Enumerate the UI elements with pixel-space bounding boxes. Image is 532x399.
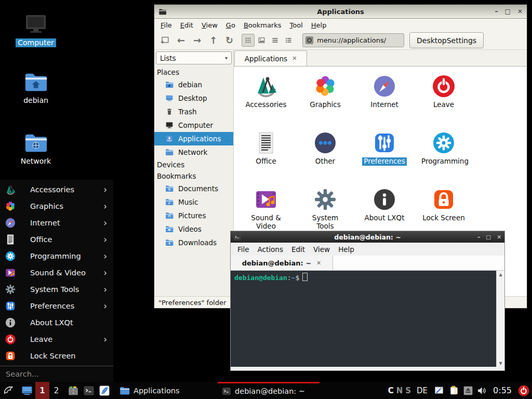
folder-accessories[interactable]: Accessories [236, 71, 296, 128]
menu-item-about-lxqt[interactable]: About LXQt [0, 314, 113, 331]
fm-menu-view[interactable]: View [197, 20, 222, 31]
screenshot-tray-button[interactable] [434, 382, 445, 399]
maximize-button[interactable]: □ [505, 5, 511, 18]
sidebar-item-desktop[interactable]: Desktop [154, 91, 233, 105]
quicklaunch-editor-button[interactable] [97, 382, 112, 399]
desktop-icon-debian[interactable]: debian [11, 70, 61, 105]
menu-item-lock-screen[interactable]: Lock Screen [0, 348, 113, 364]
compact-view-button[interactable] [269, 34, 282, 47]
folder-internet[interactable]: Internet [355, 71, 414, 128]
show-desktop-button[interactable] [19, 382, 35, 399]
quicklaunch-terminal-button[interactable] [81, 382, 97, 399]
maximize-button[interactable]: □ [486, 234, 491, 240]
terminal-tab[interactable]: debian@debian: ~ ✕ [231, 256, 333, 270]
fm-menu-edit[interactable]: Edit [176, 20, 197, 31]
fm-menu-file[interactable]: File [156, 20, 176, 31]
sidebar-item-debian[interactable]: debian [154, 78, 233, 91]
folder-preferences[interactable]: Preferences [355, 128, 414, 184]
tab-applications[interactable]: Applications ✕ [234, 50, 307, 66]
menu-item-programming[interactable]: Programming › [0, 248, 113, 264]
quicklaunch-filemanager-button[interactable] [65, 382, 81, 399]
sidebar-item-downloads[interactable]: Downloads [154, 236, 233, 249]
address-bar[interactable]: menu://applications/ [302, 33, 404, 47]
terminal-screen[interactable]: debian@debian:~$ [231, 271, 496, 367]
term-menu-file[interactable]: File [233, 244, 254, 255]
desktop-icon-network[interactable]: Network [11, 131, 61, 166]
term-menu-help[interactable]: Help [334, 244, 358, 255]
terminal-titlebar[interactable]: debian@debian: ~ – □ ✕ [231, 231, 504, 243]
menu-item-leave[interactable]: Leave › [0, 331, 113, 348]
keyboard-indicators: C N S [388, 386, 411, 395]
menu-item-office[interactable]: Office › [0, 231, 113, 248]
removable-media-button[interactable] [463, 382, 473, 399]
workspace-1-button[interactable]: 1 [35, 382, 49, 399]
icon-view-icon [244, 36, 252, 44]
pictures-folder-icon [165, 211, 174, 220]
sidebar-item-pictures[interactable]: Pictures [154, 209, 233, 222]
menu-item-preferences[interactable]: Preferences › [0, 298, 113, 314]
sidebar-mode-select[interactable]: Lists ▾ [156, 51, 232, 64]
fm-menu-go[interactable]: Go [222, 20, 240, 31]
minimize-button[interactable]: – [477, 234, 480, 240]
fm-menu-tool[interactable]: Tool [286, 20, 307, 31]
close-button[interactable]: ✕ [497, 234, 501, 240]
folder-leave[interactable]: Leave [414, 71, 473, 128]
task-button-terminal[interactable]: debian@debian: ~ [218, 382, 320, 399]
task-label: Applications [134, 387, 180, 395]
close-button[interactable]: ✕ [517, 5, 523, 18]
new-tab-button[interactable] [158, 33, 172, 47]
icon-view-button[interactable] [242, 34, 255, 47]
leave-tray-button[interactable] [517, 382, 530, 399]
reload-button[interactable]: ↻ [222, 33, 236, 47]
menu-item-system-tools[interactable]: System Tools › [0, 281, 113, 298]
sidebar-item-network[interactable]: Network [154, 145, 233, 159]
terminal-scrollbar[interactable]: ▲ ▼ [496, 271, 504, 367]
scroll-down-icon[interactable]: ▼ [499, 360, 502, 367]
thumbnail-view-button[interactable] [255, 34, 268, 47]
folder-graphics[interactable]: Graphics [296, 71, 355, 128]
fm-menu-bookmarks[interactable]: Bookmarks [240, 20, 286, 31]
tab-close-icon[interactable]: ✕ [316, 260, 321, 267]
sidebar-item-music[interactable]: Music [154, 195, 233, 209]
desktop-settings-button[interactable]: DesktopSettings [409, 32, 484, 48]
graphics-icon [5, 201, 16, 212]
clipboard-tray-button[interactable] [448, 382, 459, 399]
term-menu-actions[interactable]: Actions [254, 244, 287, 255]
back-button[interactable]: ← [174, 33, 188, 47]
fm-titlebar[interactable]: Applications – □ ✕ [154, 5, 527, 19]
forward-button[interactable]: → [190, 33, 204, 47]
task-button-applications[interactable]: Applications [115, 382, 215, 399]
keyboard-layout-indicator[interactable]: DE [417, 386, 428, 395]
sidebar-item-computer[interactable]: Computer [154, 118, 233, 132]
sidebar-item-label: Applications [178, 135, 221, 143]
folder-programming[interactable]: Programming [414, 128, 473, 184]
menu-item-graphics[interactable]: Graphics › [0, 198, 113, 215]
sidebar-item-trash[interactable]: Trash [154, 105, 233, 118]
menu-item-internet[interactable]: Internet › [0, 215, 113, 231]
sidebar-item-applications[interactable]: Applications [154, 132, 233, 145]
folder-office[interactable]: Office [236, 128, 296, 184]
volume-button[interactable] [477, 382, 487, 399]
minimize-button[interactable]: – [495, 5, 498, 18]
up-button[interactable]: ↑ [206, 33, 220, 47]
menu-search-input[interactable] [5, 369, 109, 379]
main-menu-button[interactable] [0, 382, 19, 399]
menu-item-sound-video[interactable]: Sound & Video › [0, 264, 113, 281]
folder-label: Other [315, 157, 335, 166]
scroll-up-icon[interactable]: ▲ [499, 271, 502, 278]
clock[interactable]: 0:55 [493, 385, 512, 395]
sidebar-item-documents[interactable]: Documents [154, 182, 233, 195]
desktop-icon-computer[interactable]: Computer [11, 11, 61, 47]
term-menu-view[interactable]: View [309, 244, 334, 255]
submenu-chevron-icon: › [103, 269, 108, 277]
workspace-2-button[interactable]: 2 [49, 382, 63, 399]
menu-item-accessories[interactable]: Accessories › [0, 181, 113, 198]
detailed-view-button[interactable] [282, 34, 295, 47]
tab-close-icon[interactable]: ✕ [292, 55, 297, 62]
address-text: menu://applications/ [317, 36, 386, 44]
folder-other[interactable]: Other [296, 128, 355, 184]
lock-icon [431, 187, 456, 212]
term-menu-edit[interactable]: Edit [287, 244, 309, 255]
fm-menu-help[interactable]: Help [307, 20, 331, 31]
sidebar-item-videos[interactable]: Videos [154, 222, 233, 236]
